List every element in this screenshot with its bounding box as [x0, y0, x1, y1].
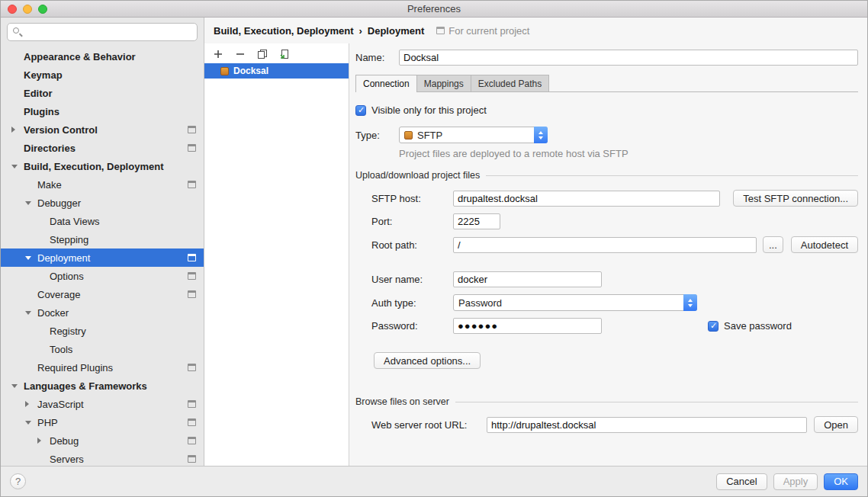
breadcrumb-separator: › [353, 25, 367, 37]
cancel-button[interactable]: Cancel [716, 473, 767, 490]
minimize-button[interactable] [23, 5, 32, 14]
type-label: Type: [355, 130, 399, 141]
section-divider [486, 175, 858, 176]
sidebar-item-php[interactable]: PHP [1, 413, 204, 431]
sidebar-item-debug[interactable]: Debug [1, 431, 204, 450]
close-button[interactable] [8, 5, 17, 14]
settings-tree: Appearance & Behavior Keymap Editor Plug… [1, 46, 204, 466]
project-scope-icon [188, 455, 196, 463]
port-input[interactable] [453, 213, 500, 229]
name-input[interactable] [399, 50, 858, 66]
user-name-row: User name: [355, 271, 858, 287]
chevron-down-icon[interactable] [11, 384, 18, 388]
user-name-input[interactable] [453, 271, 602, 287]
copy-button[interactable] [256, 48, 268, 60]
project-scope-icon [188, 181, 196, 188]
zoom-button[interactable] [38, 5, 47, 14]
sidebar-item-debugger[interactable]: Debugger [1, 194, 204, 212]
autodetect-button[interactable]: Autodetect [791, 236, 858, 253]
search-field-wrap [1, 18, 204, 46]
password-row: Password: Save password [355, 318, 858, 334]
sidebar-item-build-execution-deployment[interactable]: Build, Execution, Deployment [1, 157, 204, 175]
root-path-input[interactable] [453, 237, 757, 253]
sidebar-item-javascript[interactable]: JavaScript [1, 395, 204, 413]
chevron-right-icon[interactable] [37, 438, 41, 444]
help-button[interactable]: ? [10, 473, 26, 489]
chevron-right-icon[interactable] [11, 127, 15, 133]
add-button[interactable] [212, 48, 224, 60]
deployment-form: Name: Connection Mappings Excluded Paths… [349, 43, 867, 466]
sidebar-item-keymap[interactable]: Keymap [1, 66, 204, 84]
name-label: Name: [355, 52, 399, 63]
sftp-host-input[interactable] [453, 191, 720, 207]
sidebar-item-docker[interactable]: Docker [1, 303, 204, 322]
project-scope-icon [436, 27, 445, 34]
sidebar-item-deployment[interactable]: Deployment [1, 248, 204, 267]
sidebar-item-options[interactable]: Options [1, 267, 204, 285]
connection-tab-content: Visible only for this project Type: SFTP… [355, 92, 858, 433]
ok-button[interactable]: OK [824, 473, 858, 490]
browse-root-path-button[interactable]: ... [763, 236, 783, 253]
chevron-down-icon[interactable] [25, 256, 31, 260]
chevron-right-icon[interactable] [25, 401, 29, 407]
sidebar-item-appearance-behavior[interactable]: Appearance & Behavior [1, 47, 204, 66]
sidebar-item-languages-frameworks[interactable]: Languages & Frameworks [1, 377, 204, 395]
sidebar-item-required-plugins[interactable]: Required Plugins [1, 358, 204, 377]
sidebar-item-tools[interactable]: Tools [1, 340, 204, 358]
auth-type-label: Auth type: [371, 297, 453, 309]
tab-connection[interactable]: Connection [355, 75, 417, 92]
port-row: Port: [355, 213, 858, 229]
auth-type-value: Password [458, 297, 502, 309]
visible-only-label: Visible only for this project [371, 104, 487, 116]
root-path-row: Root path: ... Autodetect [355, 236, 858, 253]
remove-button[interactable] [234, 48, 246, 60]
type-hint: Project files are deployed to a remote h… [399, 148, 858, 159]
save-password-checkbox[interactable] [708, 321, 719, 332]
window-title: Preferences [407, 3, 461, 14]
server-icon [220, 67, 229, 75]
sidebar-item-coverage[interactable]: Coverage [1, 285, 204, 303]
sidebar-item-editor[interactable]: Editor [1, 84, 204, 102]
server-list-item[interactable]: Docksal [204, 63, 349, 79]
chevron-down-icon[interactable] [25, 311, 31, 315]
dialog-footer: ? Cancel Apply OK [1, 466, 867, 496]
web-root-input[interactable] [487, 417, 807, 433]
tab-excluded-paths[interactable]: Excluded Paths [471, 75, 549, 91]
visible-only-checkbox[interactable] [355, 105, 366, 116]
server-list-toolbar [204, 43, 349, 63]
test-sftp-connection-button[interactable]: Test SFTP connection... [733, 190, 858, 207]
sftp-host-row: SFTP host: Test SFTP connection... [355, 190, 858, 207]
type-select[interactable]: SFTP [399, 127, 548, 143]
advanced-options-button[interactable]: Advanced options... [374, 352, 481, 369]
sidebar-item-servers[interactable]: Servers [1, 450, 204, 466]
chevron-down-icon[interactable] [25, 421, 31, 425]
sidebar-item-stepping[interactable]: Stepping [1, 230, 204, 248]
titlebar: Preferences [1, 1, 867, 18]
sidebar-item-registry[interactable]: Registry [1, 322, 204, 340]
tab-mappings[interactable]: Mappings [416, 75, 471, 91]
settings-search-input[interactable] [7, 23, 198, 41]
open-button[interactable]: Open [814, 416, 858, 433]
chevron-down-icon[interactable] [25, 201, 31, 205]
browse-section-header: Browse files on server [355, 396, 858, 407]
sidebar-item-data-views[interactable]: Data Views [1, 212, 204, 230]
window-controls [8, 5, 47, 14]
sidebar-item-plugins[interactable]: Plugins [1, 102, 204, 120]
project-scope-icon [188, 144, 196, 152]
apply-button[interactable]: Apply [773, 473, 818, 490]
settings-tabs: Connection Mappings Excluded Paths [355, 75, 858, 92]
sidebar-item-version-control[interactable]: Version Control [1, 120, 204, 139]
password-label: Password: [371, 320, 453, 332]
chevron-down-icon[interactable] [11, 165, 18, 168]
breadcrumb-part-1[interactable]: Build, Execution, Deployment [214, 25, 353, 37]
sidebar-item-make[interactable]: Make [1, 175, 204, 194]
scope-label: For current project [448, 25, 529, 37]
import-config-button[interactable] [278, 48, 291, 60]
port-label: Port: [371, 216, 453, 227]
project-scope-icon [188, 437, 196, 444]
sidebar-item-directories[interactable]: Directories [1, 139, 204, 157]
auth-type-select[interactable]: Password [453, 294, 697, 311]
upload-section-header: Upload/download project files [355, 170, 858, 181]
search-icon [13, 27, 19, 34]
password-input[interactable] [453, 318, 602, 334]
